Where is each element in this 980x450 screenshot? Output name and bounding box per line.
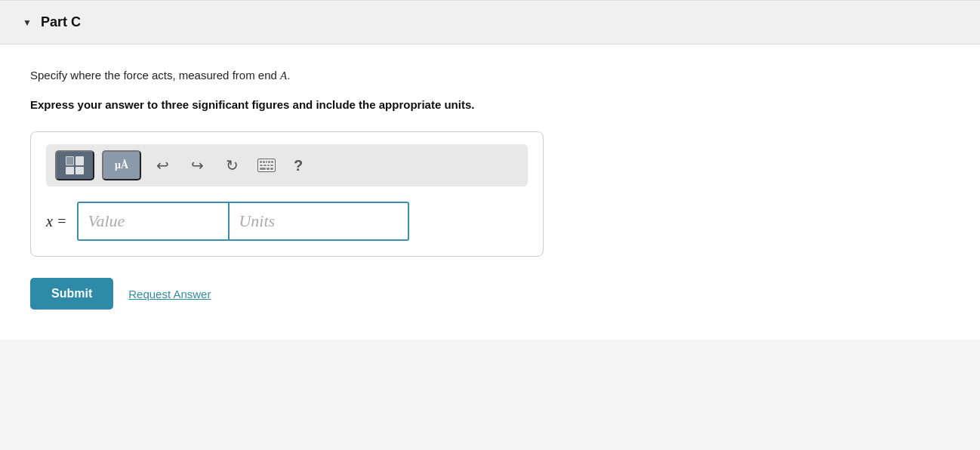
units-button[interactable]: μÅ bbox=[102, 150, 141, 180]
bold-instruction: Express your answer to three significant… bbox=[30, 97, 950, 114]
input-row: x = bbox=[46, 202, 528, 241]
part-header: ▼ Part C bbox=[0, 0, 980, 45]
instruction-text: Specify where the force acts, measured f… bbox=[30, 67, 950, 85]
value-input[interactable] bbox=[77, 202, 228, 241]
help-button[interactable]: ? bbox=[288, 154, 309, 177]
italic-letter: A bbox=[280, 69, 287, 82]
refresh-icon: ↻ bbox=[226, 156, 239, 174]
content-area: Specify where the force acts, measured f… bbox=[0, 45, 980, 340]
matrix-button[interactable] bbox=[55, 150, 94, 180]
matrix-cell bbox=[66, 156, 74, 165]
submit-button[interactable]: Submit bbox=[30, 278, 113, 310]
action-row: Submit Request Answer bbox=[30, 278, 950, 310]
variable-label: x = bbox=[46, 213, 66, 230]
matrix-icon bbox=[66, 156, 84, 174]
question-icon: ? bbox=[294, 157, 303, 174]
reset-button[interactable]: ↻ bbox=[218, 152, 245, 179]
answer-box: μÅ ↩ ↪ ↻ bbox=[30, 131, 544, 257]
matrix-cell bbox=[76, 167, 84, 174]
undo-icon: ↩ bbox=[156, 156, 169, 174]
request-answer-link[interactable]: Request Answer bbox=[128, 288, 211, 301]
toolbar: μÅ ↩ ↪ ↻ bbox=[46, 144, 528, 186]
collapse-icon[interactable]: ▼ bbox=[23, 17, 32, 28]
keyboard-icon bbox=[257, 159, 276, 172]
page-wrapper: ▼ Part C Specify where the force acts, m… bbox=[0, 0, 980, 450]
units-input[interactable] bbox=[228, 202, 409, 241]
part-title: Part C bbox=[41, 14, 81, 30]
matrix-cell bbox=[66, 167, 74, 174]
undo-button[interactable]: ↩ bbox=[149, 152, 176, 179]
redo-icon: ↪ bbox=[191, 156, 204, 174]
keyboard-button[interactable] bbox=[253, 152, 280, 179]
matrix-cell bbox=[76, 156, 84, 165]
redo-button[interactable]: ↪ bbox=[183, 152, 211, 179]
